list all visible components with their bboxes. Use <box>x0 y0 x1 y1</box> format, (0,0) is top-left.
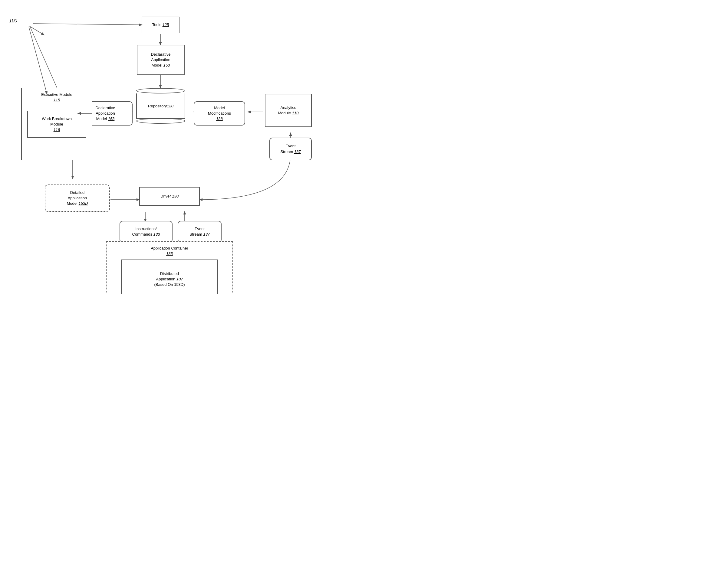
svg-line-14 <box>33 24 142 25</box>
analytics-module-label: AnalyticsModule 110 <box>278 105 299 116</box>
app-container-label: Application Container135 <box>151 246 188 256</box>
diagram-label-100: 100 <box>9 18 17 24</box>
event-stream-bottom-box: EventStream 137 <box>178 221 222 243</box>
svg-line-13 <box>29 27 47 94</box>
distributed-app-box: DistributedApplication 107(Based On 153D… <box>121 259 218 294</box>
executive-module-box: Executive Module115 Work BreakdownModule… <box>21 88 92 160</box>
distributed-app-label: DistributedApplication 107(Based On 153D… <box>154 271 185 288</box>
repository-cylinder: Repository120 <box>136 88 185 124</box>
event-stream-right-label: EventStream 137 <box>280 143 301 154</box>
declarative-model-top-label: DeclarativeApplicationModel 153 <box>151 52 170 68</box>
work-breakdown-label: Work BreakdownModule116 <box>42 116 72 133</box>
event-stream-bottom-label: EventStream 137 <box>189 226 210 237</box>
driver-label: Driver 130 <box>160 194 179 199</box>
executive-module-label: Executive Module115 <box>41 92 72 103</box>
detailed-app-model-box: DetailedApplicationModel 153D <box>45 185 110 212</box>
detailed-app-model-label: DetailedApplicationModel 153D <box>66 190 88 207</box>
model-modifications-label: ModelModifications138 <box>208 105 231 122</box>
cylinder-bottom <box>136 118 185 124</box>
instructions-box: Instructions/Commands 133 <box>120 221 172 243</box>
instructions-label: Instructions/Commands 133 <box>132 226 160 237</box>
analytics-module-box: AnalyticsModule 110 <box>265 94 312 127</box>
driver-box: Driver 130 <box>139 187 200 206</box>
work-breakdown-box: Work BreakdownModule116 <box>27 111 86 138</box>
svg-line-0 <box>29 26 44 35</box>
tools-ref: 125 <box>163 22 169 27</box>
app-container-box: Application Container135 DistributedAppl… <box>106 241 233 294</box>
event-stream-right-box: EventStream 137 <box>269 138 312 160</box>
cylinder-body: Repository120 <box>136 93 185 119</box>
declarative-model-left-label: DeclarativeApplicationModel 153 <box>95 105 115 122</box>
diagram-container: 100 Tools 125 DeclarativeApplicationMode… <box>0 0 357 294</box>
declarative-model-top-box: DeclarativeApplicationModel 153 <box>137 45 185 75</box>
model-modifications-box: ModelModifications138 <box>194 101 245 126</box>
tools-box: Tools 125 <box>142 17 180 33</box>
cylinder-top <box>136 88 185 93</box>
tools-label: Tools 125 <box>152 22 169 27</box>
